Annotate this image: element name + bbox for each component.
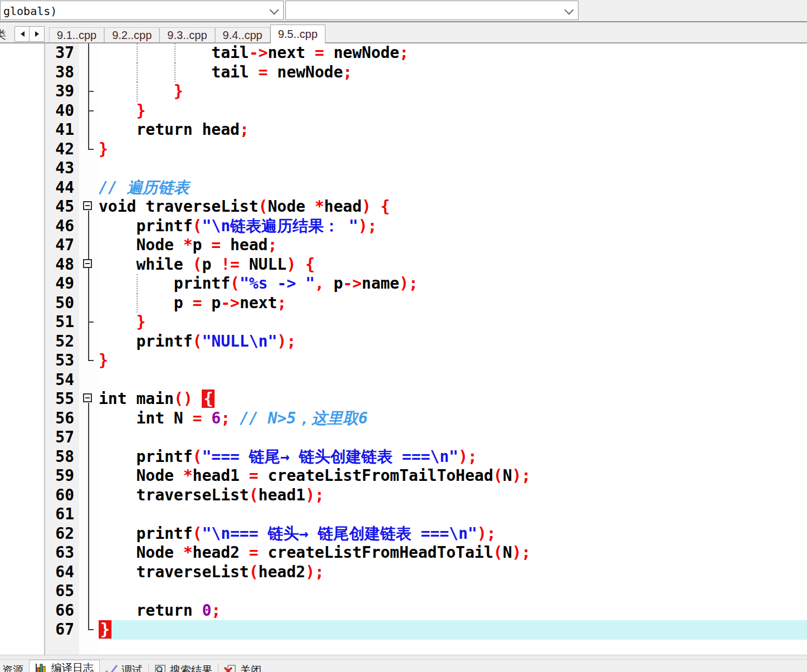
gutter-filler-num — [45, 640, 79, 655]
report-tab-搜索结果[interactable]: 搜索结果 — [149, 662, 218, 672]
token-o: ; — [343, 63, 352, 81]
code-text[interactable]: tail = newNode; — [99, 63, 807, 82]
token-k: int — [99, 389, 127, 408]
code-text[interactable] — [99, 582, 807, 601]
code-text[interactable]: } — [99, 140, 807, 159]
code-text[interactable]: } — [99, 620, 807, 640]
code-text[interactable]: } — [99, 313, 807, 332]
file-tab-9.4..cpp[interactable]: 9.4..cpp — [215, 27, 270, 42]
code-text[interactable]: traverseList(head2); — [99, 563, 807, 582]
token-o: ); — [358, 217, 377, 235]
code-text[interactable]: void traverseList(Node *head) { — [99, 197, 807, 217]
gutter-filler-code — [99, 640, 807, 655]
report-tab-资源[interactable]: 资源 — [0, 662, 29, 672]
tab-scroll-left-button[interactable] — [14, 26, 30, 42]
matched-brace: { — [202, 389, 215, 408]
main-area: 37 tail->next = newNode;38 tail = newNod… — [0, 43, 807, 655]
token-p — [202, 409, 211, 427]
code-text[interactable]: p = p->next; — [99, 294, 807, 313]
token-p — [99, 82, 174, 100]
token-o: ); — [512, 543, 531, 562]
token-p: N — [164, 409, 193, 427]
fold-collapse-box[interactable] — [83, 201, 92, 210]
fold-margin — [79, 466, 99, 486]
code-text[interactable]: printf("\n链表遍历结果： "); — [99, 217, 807, 236]
token-p: head1 — [193, 466, 249, 485]
code-text[interactable]: printf("NULL\n"); — [99, 332, 807, 352]
indent-guide — [137, 274, 138, 294]
token-p: traverseList — [136, 197, 258, 216]
report-tab-调试[interactable]: 调试 — [100, 662, 148, 672]
code-text[interactable]: traverseList(head1); — [99, 486, 807, 505]
token-o: ; — [211, 601, 221, 620]
code-line-50: 50 p = p->next; — [45, 294, 807, 313]
line-number: 47 — [45, 236, 79, 255]
code-text[interactable] — [99, 505, 807, 524]
line-number: 54 — [45, 371, 79, 390]
report-tab-关闭[interactable]: 关闭 — [218, 662, 267, 672]
code-text[interactable]: // 遍历链表 — [99, 178, 807, 198]
code-editor[interactable]: 37 tail->next = newNode;38 tail = newNod… — [45, 43, 807, 655]
line-number: 48 — [45, 255, 79, 275]
code-text[interactable] — [99, 428, 807, 447]
fold-margin — [79, 159, 99, 178]
file-tab-9.2..cpp[interactable]: 9.2..cpp — [104, 27, 159, 42]
fold-margin — [79, 351, 99, 371]
code-text[interactable]: } — [99, 82, 807, 101]
fold-margin[interactable] — [79, 255, 99, 275]
code-text[interactable] — [99, 159, 807, 178]
code-line-66: 66 return 0; — [45, 601, 807, 621]
code-text[interactable]: printf("=== 链尾→ 链头创建链表 ===\n"); — [99, 447, 807, 467]
fold-line — [88, 236, 89, 255]
fold-margin[interactable] — [79, 389, 99, 409]
code-text[interactable] — [99, 371, 807, 390]
token-p: head — [221, 236, 268, 254]
code-line-65: 65 — [45, 582, 807, 601]
code-text[interactable]: printf("%s -> ", p->name); — [99, 274, 807, 294]
report-tabbar: 资源编译日志调试搜索结果关闭 — [0, 659, 807, 672]
class-combobox[interactable]: globals) — [0, 1, 284, 20]
code-text[interactable]: int N = 6; // N>5，这里取6 — [99, 409, 807, 428]
fold-margin — [79, 82, 99, 101]
code-line-46: 46 printf("\n链表遍历结果： "); — [45, 217, 807, 236]
code-line-64: 64 traverseList(head2); — [45, 563, 807, 582]
report-tab-编译日志[interactable]: 编译日志 — [29, 660, 100, 672]
code-text[interactable]: return head; — [99, 120, 807, 140]
fold-line — [88, 466, 89, 486]
file-tab-9.1..cpp[interactable]: 9.1..cpp — [49, 27, 104, 42]
token-o: * — [315, 197, 324, 216]
fold-collapse-box[interactable] — [83, 393, 92, 402]
code-line-67: 67} — [45, 620, 807, 640]
file-tab-9.3..cpp[interactable]: 9.3..cpp — [159, 27, 215, 42]
code-text[interactable]: } — [99, 101, 807, 121]
token-p — [296, 255, 305, 274]
fold-margin — [79, 101, 99, 121]
code-text[interactable]: int main() { — [99, 389, 807, 409]
code-text[interactable]: Node *head2 = createListFromHeadToTail(N… — [99, 543, 807, 563]
code-text[interactable]: Node *p = head; — [99, 236, 807, 255]
code-text[interactable]: printf("\n=== 链头→ 链尾创建链表 ===\n"); — [99, 524, 807, 544]
code-text[interactable]: tail->next = newNode; — [99, 43, 807, 63]
code-text[interactable]: Node *head1 = createListFromTailToHead(N… — [99, 466, 807, 486]
token-o: * — [183, 466, 193, 485]
project-browser-panel[interactable] — [0, 43, 45, 655]
token-o: ); — [305, 563, 324, 581]
fold-line — [88, 582, 89, 601]
token-k: int — [136, 409, 164, 427]
member-combobox[interactable] — [285, 1, 578, 20]
token-o: ( — [193, 332, 202, 350]
code-text[interactable]: return 0; — [99, 601, 807, 621]
file-tab-9.5..cpp[interactable]: 9.5..cpp — [270, 25, 325, 43]
token-o: { — [305, 255, 315, 274]
fold-collapse-box[interactable] — [83, 259, 92, 268]
fold-tick — [88, 110, 94, 111]
token-p: printf — [99, 524, 193, 543]
tab-scroll-right-button[interactable] — [29, 26, 45, 42]
code-text[interactable]: } — [99, 351, 807, 371]
fold-margin[interactable] — [79, 197, 99, 217]
code-text[interactable]: while (p != NULL) { — [99, 255, 807, 275]
token-o: = — [211, 236, 221, 254]
token-p: p — [193, 236, 212, 254]
token-o: ); — [458, 447, 477, 466]
token-o: ) — [362, 197, 371, 216]
